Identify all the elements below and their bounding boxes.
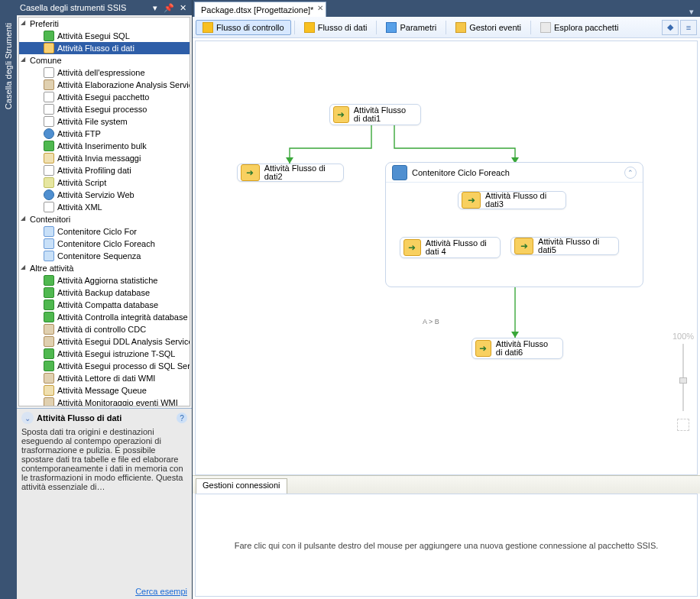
connection-managers-hint: Fare clic qui con il pulsante destro del…	[235, 541, 659, 550]
toolbox-item[interactable]: Attività Compatta database	[19, 299, 190, 311]
toolbox-item[interactable]: Attività Servizio Web	[19, 189, 190, 201]
toolbox-close-icon[interactable]: ✕	[177, 2, 189, 14]
tabbar-overflow-icon[interactable]: ▾	[686, 6, 697, 17]
document-tab-close-icon[interactable]: ✕	[317, 4, 323, 12]
toolbox-category[interactable]: Comune	[19, 54, 190, 66]
svg-marker-0	[286, 157, 293, 164]
toolbox-item-label: Attività XML	[57, 202, 102, 212]
toolbox-category[interactable]: Contenitori	[19, 213, 190, 225]
toolbox-item[interactable]: Attività Flusso di dati	[19, 42, 190, 54]
toolbox-item[interactable]: Attività Esegui processo	[19, 103, 190, 115]
designer-tabs: Flusso di controllo Flusso di dati Param…	[193, 17, 700, 38]
task-data-flow-6[interactable]: Attività Flusso di dati6	[472, 338, 563, 359]
toolbox-item-icon	[44, 67, 54, 78]
toolbox-item-label: Attività Esegui SQL	[57, 31, 130, 40]
package-explorer-icon	[540, 22, 551, 33]
toolbox-item[interactable]: Attività FTP	[19, 128, 190, 140]
toolbox-item-icon	[44, 79, 54, 90]
toolbox-item[interactable]: Attività Script	[19, 176, 190, 189]
toolbox-item[interactable]: Attività Esegui istruzione T-SQL	[19, 348, 190, 360]
toolbox-item[interactable]: Attività Monitoraggio eventi WMI	[19, 397, 190, 406]
toolbox-item[interactable]: Attività XML	[19, 201, 190, 213]
task-data-flow-1[interactable]: Attività Flusso di dati1	[329, 104, 421, 125]
tab-package-explorer[interactable]: Esplora pacchetti	[534, 21, 624, 34]
task-label: Attività Flusso di dati2	[264, 164, 335, 181]
toolbox-item-icon	[44, 385, 54, 396]
toolbox-category[interactable]: Altre attività	[19, 262, 190, 274]
help-question-icon[interactable]: ?	[177, 413, 187, 423]
toolbox-item-icon	[44, 287, 54, 298]
help-samples-link[interactable]: Cerca esempi	[21, 584, 187, 596]
toolbox-item[interactable]: Attività Invia messaggi	[19, 152, 190, 164]
zoom-track[interactable]	[682, 344, 684, 411]
toolbox-item[interactable]: Attività Inserimento bulk	[19, 140, 190, 152]
tab-event-handlers[interactable]: Gestori eventi	[449, 21, 527, 34]
toolbox-item-label: Attività dell'espressione	[57, 68, 145, 77]
toolbox-item[interactable]: Attività Profiling dati	[19, 164, 190, 176]
toolbox-item-label: Attività Inserimento bulk	[57, 141, 147, 151]
task-label: Attività Flusso di dati6	[496, 340, 555, 357]
task-icon	[514, 238, 533, 254]
parameters-icon	[386, 22, 397, 33]
tab-data-flow[interactable]: Flusso di dati	[298, 21, 374, 34]
task-data-flow-3[interactable]: Attività Flusso di dati3	[458, 191, 566, 209]
design-canvas[interactable]: Attività Flusso di dati1 Attività Flusso…	[195, 40, 698, 475]
toolbox-item-label: Attività Lettore di dati WMI	[57, 374, 155, 383]
variables-button[interactable]: ≡	[680, 20, 697, 35]
toolbox-item-icon	[44, 104, 54, 115]
connection-managers-tab[interactable]: Gestioni connessioni	[196, 478, 287, 494]
foreach-container[interactable]: Contenitore Ciclo Foreach ⌃	[385, 162, 643, 287]
toolbox-item[interactable]: Attività Aggiorna statistiche	[19, 274, 190, 287]
toolbox-item-label: Contenitore Sequenza	[57, 251, 141, 261]
connection-managers-area[interactable]: Fare clic qui con il pulsante destro del…	[195, 494, 698, 597]
toolbox-item-icon	[44, 251, 54, 261]
toolbox-item[interactable]: Attività Lettore di dati WMI	[19, 372, 190, 384]
zoom-slider[interactable]: 100%	[674, 332, 692, 431]
toolbox-item[interactable]: Contenitore Ciclo Foreach	[19, 238, 190, 250]
toolbox-item[interactable]: Attività Backup database	[19, 287, 190, 299]
container-collapse-icon[interactable]: ⌃	[624, 167, 637, 179]
svg-marker-2	[511, 332, 519, 338]
toolbox-tree[interactable]: PreferitiAttività Esegui SQLAttività Flu…	[18, 17, 190, 406]
toolbox-item[interactable]: Attività Esegui processo di SQL Serv…	[19, 360, 190, 372]
side-tab-toolbox[interactable]: Casella degli Strumenti	[2, 18, 15, 114]
toolbox-button[interactable]: ◆	[662, 20, 679, 35]
toolbox-item[interactable]: Attività dell'espressione	[19, 66, 190, 79]
designer-panel: Package.dtsx [Progettazione]* ✕ ▾ Flusso…	[193, 0, 700, 599]
toolbox-item[interactable]: Attività Controlla integrità database	[19, 311, 190, 323]
zoom-thumb[interactable]	[679, 377, 687, 384]
toolbox-item-label: Attività Message Queue	[57, 386, 147, 395]
toolbox-item-icon	[44, 300, 54, 310]
task-label: Attività Flusso di dati 4	[426, 239, 492, 256]
toolbox-item-icon	[44, 116, 54, 127]
help-expand-icon[interactable]: ⌄	[21, 412, 34, 424]
toolbox-item[interactable]: Attività Message Queue	[19, 384, 190, 397]
toolbox-item[interactable]: Attività di controllo CDC	[19, 323, 190, 335]
toolbox-item[interactable]: Attività Esegui DDL Analysis Services	[19, 335, 190, 348]
foreach-icon	[392, 165, 407, 180]
container-label: Contenitore Ciclo Foreach	[412, 168, 510, 177]
toolbox-item-label: Attività Flusso di dati	[57, 44, 134, 53]
toolbox-item[interactable]: Attività File system	[19, 115, 190, 128]
toolbox-item-icon	[44, 312, 54, 322]
toolbox-item-icon	[44, 128, 54, 139]
toolbox-item[interactable]: Contenitore Sequenza	[19, 250, 190, 262]
task-data-flow-5[interactable]: Attività Flusso di dati5	[510, 237, 619, 255]
task-icon	[333, 106, 349, 123]
tab-parameters[interactable]: Parametri	[380, 21, 442, 34]
toolbox-item-icon	[44, 141, 54, 151]
toolbox-item[interactable]: Attività Elaborazione Analysis Services	[19, 79, 190, 91]
zoom-fit-icon[interactable]	[677, 419, 689, 431]
tab-control-flow[interactable]: Flusso di controllo	[196, 20, 291, 35]
toolbox-pin-icon[interactable]: 📌	[163, 2, 175, 14]
task-data-flow-2[interactable]: Attività Flusso di dati2	[237, 164, 344, 182]
task-data-flow-4[interactable]: Attività Flusso di dati 4	[400, 237, 501, 258]
toolbox-item-label: Attività Servizio Web	[57, 190, 134, 199]
toolbox-item[interactable]: Attività Esegui pacchetto	[19, 91, 190, 103]
document-tab[interactable]: Package.dtsx [Progettazione]* ✕	[194, 2, 326, 17]
toolbox-category[interactable]: Preferiti	[19, 18, 190, 30]
toolbox-dropdown-icon[interactable]: ▾	[149, 2, 161, 14]
toolbox-item[interactable]: Contenitore Ciclo For	[19, 225, 190, 238]
toolbox-item-icon	[44, 361, 54, 371]
toolbox-item[interactable]: Attività Esegui SQL	[19, 30, 190, 42]
